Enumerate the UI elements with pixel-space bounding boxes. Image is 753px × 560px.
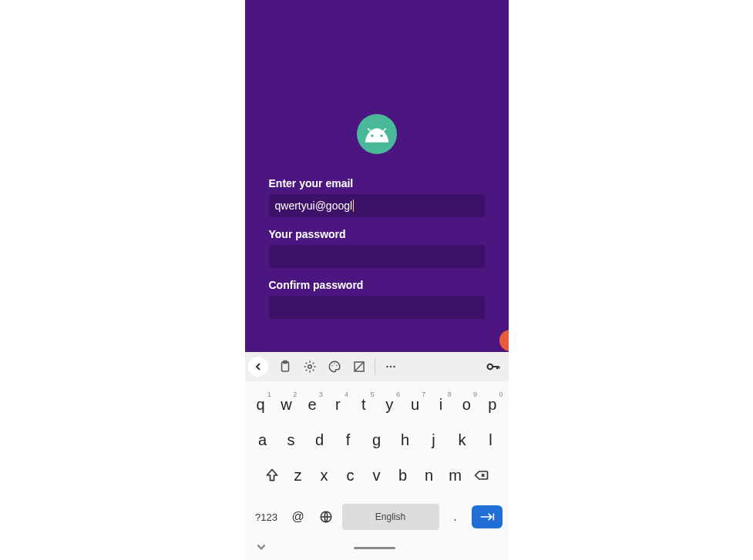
password-field[interactable] bbox=[269, 245, 485, 268]
shift-key[interactable] bbox=[259, 460, 285, 491]
key-o[interactable]: 9o bbox=[454, 389, 479, 420]
gear-icon[interactable] bbox=[298, 354, 322, 379]
svg-point-9 bbox=[386, 366, 388, 368]
gesture-handle[interactable] bbox=[354, 547, 395, 549]
text-cursor bbox=[353, 200, 354, 212]
key-v[interactable]: v bbox=[364, 460, 390, 491]
signup-form: Enter your email qwertyui@googl Your pas… bbox=[269, 177, 485, 330]
key-i[interactable]: 8i bbox=[428, 389, 453, 420]
svg-point-11 bbox=[393, 366, 395, 368]
language-key[interactable] bbox=[314, 503, 338, 531]
key-m[interactable]: m bbox=[442, 460, 469, 491]
key-x[interactable]: x bbox=[311, 460, 338, 491]
soft-keyboard: 1q2w3e4r5t6y7u8i9o0p asdfghjkl zxcvbnm ?… bbox=[245, 352, 509, 560]
key-row-2: asdfghjkl bbox=[248, 424, 506, 455]
key-u[interactable]: 7u bbox=[402, 389, 428, 420]
key-w[interactable]: 2w bbox=[274, 389, 299, 420]
signup-screen: Enter your email qwertyui@googl Your pas… bbox=[245, 0, 509, 352]
android-logo bbox=[357, 114, 397, 154]
key-row-1: 1q2w3e4r5t6y7u8i9o0p bbox=[248, 389, 506, 420]
key-j[interactable]: j bbox=[419, 424, 448, 455]
backspace-key[interactable] bbox=[469, 460, 495, 491]
svg-point-4 bbox=[308, 365, 311, 369]
svg-point-7 bbox=[336, 365, 338, 367]
svg-point-10 bbox=[389, 366, 392, 368]
key-c[interactable]: c bbox=[338, 460, 364, 491]
key-g[interactable]: g bbox=[362, 424, 391, 455]
toolbar-separator bbox=[375, 358, 375, 375]
key-a[interactable]: a bbox=[248, 424, 277, 455]
at-key[interactable]: @ bbox=[287, 503, 310, 531]
svg-point-0 bbox=[371, 135, 373, 137]
password-label: Your password bbox=[269, 228, 485, 240]
keyboard-bottom-row: ?123 @ English . bbox=[245, 498, 509, 538]
key-k[interactable]: k bbox=[448, 424, 476, 455]
period-key[interactable]: . bbox=[444, 503, 467, 531]
clipboard-icon[interactable] bbox=[273, 354, 298, 379]
phone-frame: Enter your email qwertyui@googl Your pas… bbox=[245, 0, 509, 560]
key-h[interactable]: h bbox=[391, 424, 419, 455]
svg-point-1 bbox=[380, 135, 382, 137]
hide-keyboard-button[interactable] bbox=[256, 542, 267, 555]
key-e[interactable]: 3e bbox=[299, 389, 324, 420]
key-t[interactable]: 5t bbox=[351, 389, 376, 420]
resize-icon[interactable] bbox=[347, 354, 371, 379]
email-value: qwertyui@googl bbox=[275, 200, 353, 212]
record-indicator bbox=[499, 330, 509, 351]
key-p[interactable]: 0p bbox=[479, 389, 505, 420]
svg-point-6 bbox=[334, 364, 335, 365]
key-s[interactable]: s bbox=[277, 424, 305, 455]
enter-key[interactable] bbox=[472, 505, 503, 528]
key-l[interactable]: l bbox=[476, 424, 505, 455]
key-icon[interactable] bbox=[481, 354, 506, 379]
svg-point-5 bbox=[331, 365, 333, 367]
more-icon[interactable] bbox=[378, 354, 403, 379]
key-q[interactable]: 1q bbox=[247, 389, 273, 420]
confirm-label: Confirm password bbox=[269, 279, 485, 291]
key-z[interactable]: z bbox=[285, 460, 311, 491]
key-d[interactable]: d bbox=[305, 424, 334, 455]
confirm-password-field[interactable] bbox=[269, 296, 485, 319]
email-field[interactable]: qwertyui@googl bbox=[269, 194, 485, 217]
space-key[interactable]: English bbox=[342, 504, 439, 530]
symbols-key[interactable]: ?123 bbox=[251, 503, 282, 531]
keyboard-toolbar bbox=[245, 352, 509, 381]
key-r[interactable]: 4r bbox=[325, 389, 351, 420]
key-f[interactable]: f bbox=[334, 424, 362, 455]
toolbar-back-button[interactable] bbox=[248, 357, 268, 377]
key-y[interactable]: 6y bbox=[377, 389, 402, 420]
key-n[interactable]: n bbox=[416, 460, 442, 491]
key-b[interactable]: b bbox=[390, 460, 416, 491]
svg-point-12 bbox=[487, 364, 492, 370]
keyboard-keys: 1q2w3e4r5t6y7u8i9o0p asdfghjkl zxcvbnm bbox=[245, 381, 509, 498]
navigation-bar bbox=[245, 538, 509, 560]
key-row-3: zxcvbnm bbox=[248, 460, 506, 491]
email-label: Enter your email bbox=[269, 177, 485, 189]
palette-icon[interactable] bbox=[322, 354, 347, 379]
